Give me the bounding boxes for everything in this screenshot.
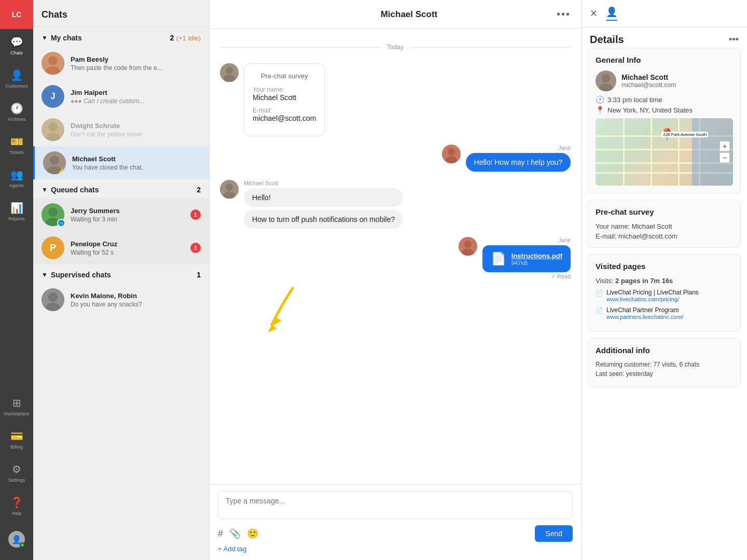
chat-preview-pam: Then paste the code from the e... bbox=[71, 64, 201, 72]
visited-url-2[interactable]: www.partners.livechatinc.com/ bbox=[606, 314, 683, 320]
my-chats-label: My chats bbox=[51, 34, 82, 42]
prechat-survey-section: Pre-chat survey Your name: Michael Scott… bbox=[588, 200, 741, 248]
sidebar-item-customers[interactable]: 👤 Customers bbox=[0, 62, 33, 95]
messenger-badge-jerry: m bbox=[57, 219, 65, 227]
general-info-avatar bbox=[596, 71, 616, 91]
avatar-jim: J bbox=[42, 85, 64, 108]
general-info-title: General Info bbox=[596, 55, 733, 64]
avatar-wrapper: 👤 bbox=[8, 531, 25, 548]
sidebar-item-help[interactable]: ❓ Help bbox=[0, 489, 33, 523]
chat-header: Michael Scott ••• bbox=[210, 0, 581, 29]
chat-item-jerry[interactable]: m Jerry Summers Waiting for 3 min 1 bbox=[33, 198, 209, 231]
supervised-chats-label: Supervised chats bbox=[51, 271, 111, 279]
chat-item-dwight[interactable]: Dwight Schrute Don't eat the yellow snow… bbox=[33, 113, 209, 146]
prechat-survey-name-value: Michael Scott bbox=[632, 222, 672, 230]
visited-page-row-1: 📄 LiveChat Pricing | LiveChat Plans www.… bbox=[596, 289, 733, 302]
zoom-in-button[interactable]: + bbox=[720, 141, 730, 151]
chat-preview-michael: You have closed the chat. bbox=[72, 164, 201, 171]
sidebar-item-billing[interactable]: 💳 Billing bbox=[0, 423, 33, 456]
additional-info-section: Additional info Returning customer: 77 v… bbox=[588, 338, 741, 387]
chat-item-jim[interactable]: J Jim Halpert ●●● Can I create custom... bbox=[33, 80, 209, 113]
chat-info-jim: Jim Halpert ●●● Can I create custom... bbox=[71, 89, 201, 105]
msg-sender-jane-file: Jane bbox=[482, 237, 571, 243]
chat-header-menu-button[interactable]: ••• bbox=[557, 8, 571, 20]
chat-name-kevin: Kevin Malone, Robin bbox=[71, 292, 201, 300]
message-input[interactable] bbox=[218, 491, 573, 519]
archives-icon: 🕐 bbox=[10, 102, 23, 115]
help-label: Help bbox=[12, 511, 22, 516]
pdf-icon: 📄 bbox=[491, 251, 506, 266]
msg-meta-jane-hello: Jane Hello! How may I help you? bbox=[466, 145, 571, 172]
person-icon[interactable]: 👤 bbox=[606, 6, 617, 21]
emoji-icon[interactable]: 🙂 bbox=[247, 528, 258, 539]
chat-item-penelope[interactable]: P Penelope Cruz Waiting for 52 s 1 bbox=[33, 231, 209, 264]
svg-point-7 bbox=[50, 156, 59, 165]
chat-info-kevin: Kevin Malone, Robin Do you have any snac… bbox=[71, 292, 201, 308]
hashtag-icon[interactable]: # bbox=[218, 528, 223, 539]
visited-page-2: 📄 LiveChat Partner Program www.partners.… bbox=[596, 306, 733, 320]
file-bubble[interactable]: 📄 Instructions.pdf 947kB bbox=[482, 245, 571, 272]
clock-icon: 🕐 bbox=[596, 95, 604, 104]
chat-item-pam[interactable]: Pam Beesly Then paste the code from the … bbox=[33, 47, 209, 80]
my-chats-title: ▼ My chats bbox=[42, 34, 82, 42]
sidebar-item-settings[interactable]: ⚙ Settings bbox=[0, 456, 33, 489]
sidebar-item-tickets[interactable]: 🎫 Tickets bbox=[0, 129, 33, 162]
chat-preview-jim: ●●● Can I create custom... bbox=[71, 97, 201, 105]
close-icon[interactable]: ✕ bbox=[590, 8, 598, 19]
prechat-survey-email-value: michael@scott.com bbox=[618, 232, 677, 240]
last-seen: Last seen: yesterday bbox=[596, 370, 733, 377]
sidebar-item-archives[interactable]: 🕐 Archives bbox=[0, 95, 33, 129]
sidebar: Chats ▼ My chats 2 (+1 idle) Pam Beesly … bbox=[33, 0, 210, 560]
chat-name-jim: Jim Halpert bbox=[71, 89, 201, 96]
map-label: 228 Park Avenue South bbox=[661, 132, 708, 137]
prechat-survey-email-label: E-mail: bbox=[596, 232, 616, 240]
general-info-email: michael@scott.com bbox=[621, 81, 676, 89]
tickets-icon: 🎫 bbox=[10, 135, 23, 148]
msg-avatar-michael-hello bbox=[220, 180, 239, 199]
general-info-user-details: Michael Scott michael@scott.com bbox=[621, 73, 676, 89]
attach-icon[interactable]: 📎 bbox=[229, 528, 241, 539]
billing-icon: 💳 bbox=[10, 430, 23, 442]
right-panel-menu-button[interactable]: ••• bbox=[729, 34, 739, 45]
file-size: 947kB bbox=[511, 260, 562, 266]
chat-item-kevin[interactable]: Kevin Malone, Robin Do you have any snac… bbox=[33, 283, 209, 316]
svg-point-16 bbox=[226, 67, 233, 74]
sidebar-item-agents[interactable]: 👥 Agents bbox=[0, 162, 33, 195]
visits-summary: Visits: 2 pages in 7m 16s bbox=[596, 277, 733, 285]
customers-label: Customers bbox=[5, 83, 28, 89]
add-tag-button[interactable]: + Add tag bbox=[218, 542, 573, 556]
msg-sender-jane: Jane bbox=[466, 145, 571, 151]
chat-name-pam: Pam Beesly bbox=[71, 55, 201, 63]
chat-messages: Today Pre-chat survey Your name: Michael… bbox=[210, 29, 581, 484]
zoom-out-button[interactable]: − bbox=[720, 152, 730, 163]
chat-name-dwight: Dwight Schrute bbox=[71, 122, 201, 130]
visited-pages-section: Visited pages Visits: 2 pages in 7m 16s … bbox=[588, 254, 741, 332]
message-row-jane-hello: Jane Hello! How may I help you? bbox=[220, 145, 571, 172]
visited-title-2: LiveChat Partner Program bbox=[606, 306, 683, 314]
badge-jerry: 1 bbox=[190, 209, 201, 220]
prechat-survey-name-label: Your name: bbox=[596, 222, 630, 230]
general-info-user-row: Michael Scott michael@scott.com bbox=[596, 71, 733, 91]
chat-preview-dwight: Don't eat the yellow snow! bbox=[71, 131, 201, 138]
right-panel-title-row: Details ••• bbox=[582, 27, 747, 48]
chat-name-michael: Michael Scott bbox=[72, 155, 201, 163]
send-button[interactable]: Send bbox=[535, 525, 573, 542]
chat-name-penelope: Penelope Cruz bbox=[71, 240, 184, 248]
sidebar-header: Chats bbox=[33, 0, 209, 27]
msg-avatar-jane-file bbox=[459, 237, 477, 256]
arrow-svg bbox=[251, 283, 313, 345]
agents-icon: 👥 bbox=[10, 169, 23, 181]
sidebar-item-chats[interactable]: 💬 Chats bbox=[0, 29, 33, 62]
visited-url-1[interactable]: www.livechatinc.com/pricing/ bbox=[606, 296, 699, 302]
chat-item-michael[interactable]: 👍 Michael Scott You have closed the chat… bbox=[33, 146, 209, 179]
agent-avatar-nav[interactable]: 👤 bbox=[0, 523, 33, 556]
sidebar-item-marketplace[interactable]: ⊞ Marketplace bbox=[0, 390, 33, 423]
agents-label: Agents bbox=[9, 183, 24, 188]
billing-label: Billing bbox=[10, 444, 23, 450]
info-time: 3:33 pm local time bbox=[607, 96, 662, 104]
info-row-time: 🕐 3:33 pm local time bbox=[596, 95, 733, 104]
app-logo: LC bbox=[0, 0, 33, 29]
sidebar-item-reports[interactable]: 📊 Reports bbox=[0, 195, 33, 228]
online-status-dot bbox=[20, 542, 25, 548]
location-icon: 📍 bbox=[596, 106, 604, 114]
